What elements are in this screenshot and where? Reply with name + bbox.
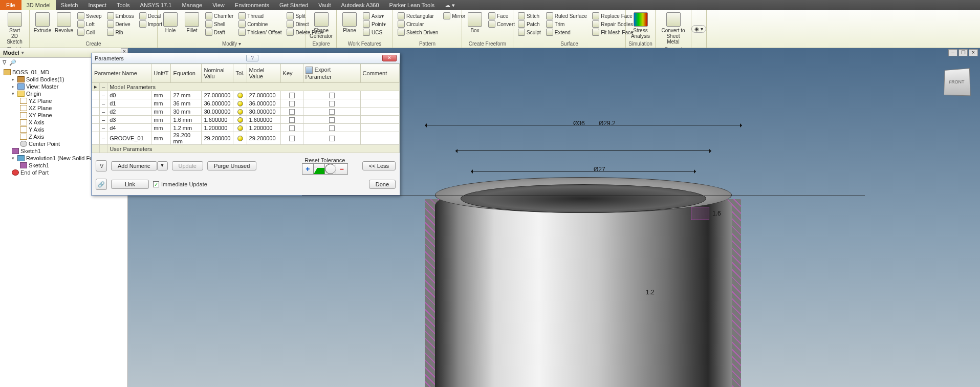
start-2d-sketch-button[interactable]: Start 2D Sketch [2, 11, 27, 46]
link-button[interactable]: Link [111, 180, 149, 189]
export-checkbox[interactable] [329, 101, 335, 106]
circular-button[interactable]: Circular [397, 20, 439, 28]
tol-minus-button[interactable]: – [336, 164, 347, 174]
table-row[interactable]: –d4mm1.2 mm1.2000001.200000 [92, 124, 400, 132]
dialog-help-button[interactable]: ? [246, 55, 258, 61]
export-checkbox[interactable] [329, 136, 335, 141]
filter-icon[interactable]: ∇ [3, 59, 6, 66]
ruled-surface-button[interactable]: Ruled Surface [545, 12, 588, 20]
filter-button[interactable]: ∇ [96, 160, 107, 171]
chamfer-button[interactable]: Chamfer [204, 12, 234, 20]
sweep-button[interactable]: Sweep [76, 12, 103, 20]
tolerance-lamp[interactable] [237, 125, 243, 131]
export-checkbox[interactable] [329, 93, 335, 98]
col-model-value[interactable]: Model Value [247, 64, 280, 83]
extrude-button[interactable]: Extrude [32, 11, 53, 34]
col-key[interactable]: Key [280, 64, 303, 83]
col-unit[interactable]: Unit/T [151, 64, 171, 83]
viewcube[interactable]: FRONT [944, 68, 971, 96]
key-checkbox[interactable] [289, 117, 295, 123]
stitch-button[interactable]: Stitch [517, 12, 542, 20]
derive-button[interactable]: Derive [106, 20, 135, 28]
col-export[interactable]: Export Parameter [303, 64, 360, 83]
combine-button[interactable]: Combine [237, 20, 282, 28]
close-button[interactable]: × [969, 49, 978, 56]
update-button[interactable]: Update [172, 161, 203, 170]
col-parameter-name[interactable]: Parameter Name [92, 64, 151, 83]
dialog-close-button[interactable]: ✕ [382, 55, 397, 61]
tab-3d-model[interactable]: 3D Model [21, 0, 56, 10]
draft-button[interactable]: Draft [204, 28, 234, 36]
tab-vault[interactable]: Vault [313, 0, 336, 10]
tab-environments[interactable]: Environments [230, 0, 274, 10]
tol-triangle-button[interactable] [314, 164, 325, 174]
maximize-button[interactable]: ☐ [959, 49, 968, 56]
revolve-button[interactable]: Revolve [53, 11, 75, 34]
minimize-button[interactable]: – [948, 49, 957, 56]
thread-button[interactable]: Thread [237, 12, 282, 20]
key-checkbox[interactable] [289, 136, 295, 141]
tol-circle-button[interactable] [325, 164, 336, 174]
tab-sketch[interactable]: Sketch [56, 0, 83, 10]
table-row[interactable]: –d2mm30 mm30.00000030.000000 [92, 107, 400, 116]
less-button[interactable]: << Less [362, 161, 396, 170]
key-checkbox[interactable] [289, 125, 295, 131]
tab-tools[interactable]: Tools [112, 0, 135, 10]
tab-inspect[interactable]: Inspect [83, 0, 111, 10]
table-row[interactable]: –d1mm36 mm36.00000036.000000 [92, 99, 400, 107]
col-tol[interactable]: Tol. [233, 64, 247, 83]
shape-generator-button[interactable]: Shape Generator [308, 11, 334, 40]
shell-button[interactable]: Shell [204, 20, 234, 28]
export-checkbox[interactable] [329, 109, 335, 115]
thicken-button[interactable]: Thicken/ Offset [237, 28, 282, 36]
sculpt-button[interactable]: Sculpt [517, 28, 542, 36]
tolerance-lamp[interactable] [237, 117, 243, 123]
tab-view[interactable]: View [207, 0, 230, 10]
sketch-driven-button[interactable]: Sketch Driven [397, 28, 439, 36]
tab-parker[interactable]: Parker Lean Tools [384, 0, 440, 10]
ucs-button[interactable]: UCS [362, 28, 387, 36]
rectangular-button[interactable]: Rectangular [397, 12, 439, 20]
coil-button[interactable]: Coil [76, 28, 103, 36]
emboss-button[interactable]: Emboss [106, 12, 135, 20]
trim-button[interactable]: Trim [545, 20, 588, 28]
key-checkbox[interactable] [289, 109, 295, 115]
stress-analysis-button[interactable]: Stress Analysis [628, 11, 653, 40]
patch-button[interactable]: Patch [517, 20, 542, 28]
add-numeric-dropdown[interactable]: ▼ [157, 161, 168, 170]
axis-button[interactable]: Axis ▾ [362, 12, 387, 20]
tab-ansys[interactable]: ANSYS 17.1 [135, 0, 177, 10]
convert-sheetmetal-button[interactable]: Convert to Sheet Metal [658, 11, 689, 46]
tolerance-lamp[interactable] [237, 136, 243, 141]
export-checkbox[interactable] [329, 117, 335, 123]
col-nominal[interactable]: Nominal Valu [202, 64, 233, 83]
export-checkbox[interactable] [329, 125, 335, 131]
file-menu[interactable]: File [0, 0, 21, 10]
extend-button[interactable]: Extend [545, 28, 588, 36]
dialog-titlebar[interactable]: Parameters ? ✕ [92, 53, 400, 63]
ribbon-options-button[interactable]: ◉ ▾ [691, 25, 706, 33]
point-button[interactable]: Point ▾ [362, 20, 387, 28]
add-numeric-button[interactable]: Add Numeric ▼ [111, 161, 168, 170]
section-user-parameters[interactable]: User Parameters [92, 145, 400, 153]
table-row[interactable]: –d0mm27 mm27.00000027.000000 [92, 91, 400, 99]
col-equation[interactable]: Equation [171, 64, 202, 83]
hole-button[interactable]: Hole [160, 11, 181, 34]
immediate-update-checkbox[interactable]: ✓Immediate Update [153, 181, 207, 187]
plane-button[interactable]: Plane [339, 11, 360, 34]
purge-unused-button[interactable]: Purge Unused [207, 161, 256, 170]
fillet-button[interactable]: Fillet [181, 11, 203, 34]
tab-a360[interactable]: Autodesk A360 [336, 0, 384, 10]
section-model-parameters[interactable]: ▸–Model Parameters [92, 83, 400, 91]
tab-get-started[interactable]: Get Started [274, 0, 313, 10]
key-checkbox[interactable] [289, 101, 295, 106]
table-row[interactable]: –d3mm1.6 mm1.6000001.600000 [92, 116, 400, 124]
convert-button[interactable]: Convert [487, 20, 516, 28]
face-button[interactable]: Face [487, 12, 516, 20]
loft-button[interactable]: Loft [76, 20, 103, 28]
rib-button[interactable]: Rib [106, 28, 135, 36]
tolerance-lamp[interactable] [237, 101, 243, 106]
link-icon-button[interactable]: 🔗 [96, 179, 107, 190]
col-comment[interactable]: Comment [360, 64, 399, 83]
tolerance-lamp[interactable] [237, 109, 243, 115]
